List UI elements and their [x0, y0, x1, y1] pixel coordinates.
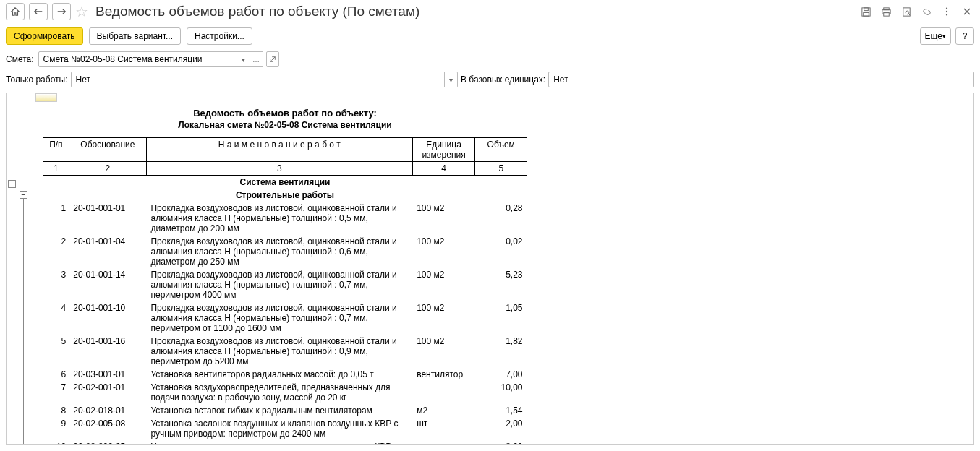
row-num: 7 [43, 381, 69, 404]
titlebar: ☆ Ведомость объемов работ по объекту (По… [0, 0, 980, 23]
svg-point-7 [906, 11, 909, 14]
row-code: 20-02-005-08 [69, 417, 146, 440]
row-vol: 2,00 [475, 417, 527, 440]
row-name: Прокладка воздуховодов из листовой, оцин… [146, 202, 412, 235]
row-vol: 1,05 [475, 301, 527, 335]
row-unit: 100 м2 [412, 268, 475, 301]
base-units-label: В базовых единицах: [461, 74, 545, 85]
table-row: 920-02-005-08Установка заслонок воздушны… [43, 417, 527, 440]
outline-collapse-1[interactable]: − [8, 180, 16, 188]
row-name: Установка заслонок воздушных и клапанов … [146, 417, 412, 440]
close-icon[interactable] [960, 4, 974, 19]
row-unit: 100 м2 [412, 202, 475, 235]
row-code: 20-02-006-05 [69, 440, 146, 444]
row-name: Прокладка воздуховодов из листовой, оцин… [146, 335, 412, 368]
row-unit: 100 м2 [412, 235, 475, 268]
filter-row-2: Только работы: ▾ В базовых единицах: [0, 69, 980, 90]
favorite-icon[interactable]: ☆ [75, 3, 88, 20]
colnum-2: 2 [69, 162, 146, 176]
row-unit: 100 м2 [412, 335, 475, 368]
row-vol: 5,23 [475, 268, 527, 301]
generate-button[interactable]: Сформировать [6, 27, 83, 45]
more-button[interactable]: Еще [920, 27, 951, 45]
row-unit: шт [412, 440, 475, 444]
svg-point-11 [946, 14, 947, 15]
table-row: 320-01-001-14Прокладка воздуховодов из л… [43, 268, 527, 301]
row-code: 20-01-001-01 [69, 202, 146, 235]
save-icon[interactable] [858, 4, 873, 19]
svg-point-10 [946, 11, 947, 12]
outline-collapse-2[interactable]: − [20, 191, 27, 199]
colnum-1: 1 [43, 162, 69, 176]
works-only-dropdown-icon[interactable]: ▾ [445, 72, 458, 87]
row-unit: м2 [412, 404, 475, 417]
row-code: 20-03-001-01 [69, 368, 146, 381]
row-vol: 0,28 [475, 202, 527, 235]
row-num: 1 [43, 202, 69, 235]
filter-estimate-row: Смета: ▾ … [0, 49, 980, 69]
row-code: 20-02-001-01 [69, 381, 146, 404]
page-title: Ведомость объемов работ по объекту (По с… [95, 4, 419, 20]
row-name: Установка воздухораспределителей, предна… [146, 381, 412, 404]
works-only-input[interactable] [71, 72, 445, 87]
report-panel: − − Ведомость объемов работ по объекту: … [6, 93, 974, 445]
link-icon[interactable] [919, 4, 934, 19]
estimate-combo: ▾ … [38, 51, 279, 67]
row-vol: 0,02 [475, 235, 527, 268]
row-name: Установка вставок гибких к радиальным ве… [146, 404, 412, 417]
svg-point-9 [946, 7, 947, 9]
row-vol: 1,54 [475, 404, 527, 417]
row-name: Прокладка воздуховодов из листовой, оцин… [146, 235, 412, 268]
row-code: 20-01-001-16 [69, 335, 146, 368]
row-name: Установка заслонок воздушных и клапанов … [146, 440, 412, 444]
col-unit: Единица измерения [412, 138, 475, 162]
table-row: 520-01-001-16Прокладка воздуховодов из л… [43, 335, 527, 368]
section-1: Система вентиляции [43, 176, 527, 189]
choose-variant-button[interactable]: Выбрать вариант... [89, 27, 181, 45]
help-button[interactable]: ? [955, 27, 974, 45]
print-icon[interactable] [879, 4, 893, 19]
kebab-icon[interactable] [939, 4, 954, 19]
svg-rect-2 [863, 12, 869, 16]
report-table: П/п Обоснование Н а и м е н о в а н и е … [43, 137, 527, 444]
settings-button[interactable]: Настройки... [187, 27, 252, 45]
report-title: Ведомость объемов работ по объекту: [43, 108, 527, 119]
col-obos: Обоснование [69, 138, 146, 162]
row-vol: 3,00 [475, 440, 527, 444]
table-row: 220-01-001-04Прокладка воздуховодов из л… [43, 235, 527, 268]
sheet-corner[interactable] [35, 93, 57, 102]
row-num: 2 [43, 235, 69, 268]
forward-button[interactable] [52, 3, 71, 20]
estimate-open-icon[interactable] [266, 51, 279, 67]
estimate-ellipsis-icon[interactable]: … [250, 51, 263, 67]
row-code: 20-01-001-14 [69, 268, 146, 301]
row-name: Прокладка воздуховодов из листовой, оцин… [146, 301, 412, 335]
row-num: 10 [43, 440, 69, 444]
row-name: Прокладка воздуховодов из листовой, оцин… [146, 268, 412, 301]
row-num: 5 [43, 335, 69, 368]
col-vol: Объем [475, 138, 527, 162]
colnum-5: 5 [475, 162, 527, 176]
row-unit: вентилятор [412, 368, 475, 381]
row-num: 3 [43, 268, 69, 301]
table-row: 120-01-001-01Прокладка воздуховодов из л… [43, 202, 527, 235]
estimate-input[interactable] [38, 51, 237, 67]
row-code: 20-01-001-10 [69, 301, 146, 335]
row-num: 8 [43, 404, 69, 417]
outline-line-1 [12, 188, 12, 445]
preview-icon[interactable] [899, 4, 913, 19]
outline-gutter: − − [7, 93, 35, 444]
row-unit [412, 381, 475, 404]
colnum-4: 4 [412, 162, 475, 176]
home-button[interactable] [6, 3, 25, 20]
row-vol: 10,00 [475, 381, 527, 404]
report-scroll[interactable]: Ведомость объемов работ по объекту: Лока… [35, 93, 973, 444]
estimate-dropdown-icon[interactable]: ▾ [237, 51, 250, 67]
row-unit: 100 м2 [412, 301, 475, 335]
back-button[interactable] [29, 3, 48, 20]
section-2: Строительные работы [43, 189, 527, 202]
row-num: 4 [43, 301, 69, 335]
base-units-input[interactable] [548, 72, 974, 87]
table-row: 620-03-001-01Установка вентиляторов ради… [43, 368, 527, 381]
colnum-3: 3 [146, 162, 412, 176]
